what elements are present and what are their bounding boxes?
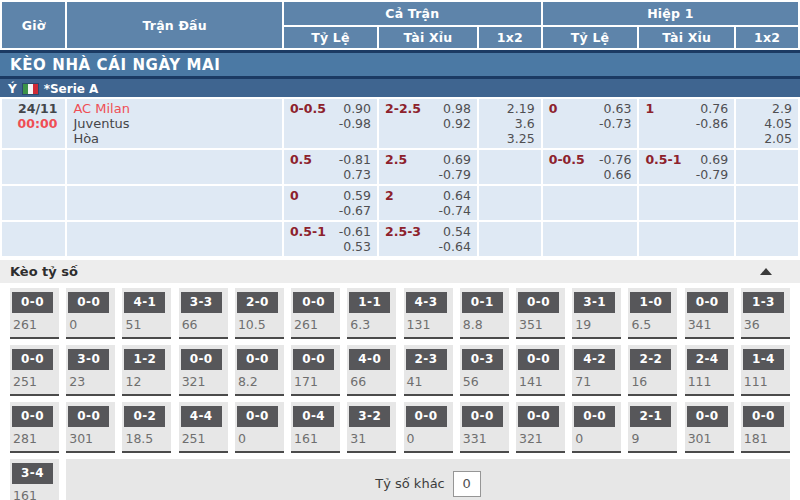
score-odds-cell[interactable]: 0-0321 xyxy=(516,402,565,453)
score-chip[interactable]: 0-0 xyxy=(12,406,53,427)
ft-overunder-cell[interactable]: 2 0.64 -0.74 xyxy=(379,186,477,220)
score-chip[interactable]: 0-0 xyxy=(293,349,334,370)
score-odds-cell[interactable]: 1-212 xyxy=(122,345,171,396)
score-chip[interactable]: 2-2 xyxy=(630,349,671,370)
h1-overunder-cell[interactable]: 0.5-1 0.69 -0.79 xyxy=(639,150,734,184)
score-chip[interactable]: 4-0 xyxy=(349,349,390,370)
odds-value[interactable]: -0.81 xyxy=(339,152,371,167)
away-team[interactable]: Juventus xyxy=(73,116,276,131)
ft-handicap-cell[interactable]: 0 0.59 -0.67 xyxy=(284,186,377,220)
odds-value[interactable]: 0.76 xyxy=(700,101,728,116)
odds-value[interactable]: 0.69 xyxy=(700,152,728,167)
score-chip[interactable]: 2-3 xyxy=(406,349,447,370)
score-odds-cell[interactable]: 0-18.8 xyxy=(460,288,509,339)
score-chip[interactable]: 2-1 xyxy=(630,406,671,427)
score-odds-cell[interactable]: 0-0281 xyxy=(10,402,59,453)
odds-value[interactable]: -0.76 xyxy=(599,152,631,167)
score-odds-cell[interactable]: 2-19 xyxy=(628,402,677,453)
chevron-up-icon[interactable] xyxy=(760,268,772,275)
score-odds-cell[interactable]: 4-4251 xyxy=(179,402,228,453)
score-chip[interactable]: 0-0 xyxy=(687,292,728,313)
odds-value[interactable]: 3.25 xyxy=(485,131,535,146)
score-chip[interactable]: 0-0 xyxy=(12,349,53,370)
home-team[interactable]: AC Milan xyxy=(73,101,276,116)
score-odds-cell[interactable]: 1-4111 xyxy=(741,345,790,396)
score-odds-cell[interactable]: 0-0261 xyxy=(10,288,59,339)
other-score-input[interactable]: 0 xyxy=(453,471,481,497)
score-odds-cell[interactable]: 3-4161 xyxy=(10,459,59,500)
score-odds-cell[interactable]: 2-341 xyxy=(404,345,453,396)
score-odds-cell[interactable]: 3-231 xyxy=(347,402,396,453)
draw-label[interactable]: Hòa xyxy=(73,131,276,146)
score-chip[interactable]: 3-2 xyxy=(349,406,390,427)
score-odds-cell[interactable]: 0-08.2 xyxy=(235,345,284,396)
score-chip[interactable]: 0-2 xyxy=(124,406,165,427)
score-chip[interactable]: 1-3 xyxy=(743,292,784,313)
score-odds-cell[interactable]: 0-0351 xyxy=(516,288,565,339)
odds-value[interactable]: 0.73 xyxy=(343,167,371,182)
score-odds-cell[interactable]: 3-119 xyxy=(572,288,621,339)
score-chip[interactable]: 0-1 xyxy=(462,292,503,313)
score-odds-cell[interactable]: 4-066 xyxy=(347,345,396,396)
score-odds-cell[interactable]: 0-0331 xyxy=(460,402,509,453)
score-chip[interactable]: 3-1 xyxy=(574,292,615,313)
score-odds-cell[interactable]: 4-271 xyxy=(572,345,621,396)
score-chip[interactable]: 0-0 xyxy=(518,349,559,370)
score-chip[interactable]: 0-0 xyxy=(68,406,109,427)
score-chip[interactable]: 0-0 xyxy=(518,406,559,427)
odds-value[interactable]: -0.79 xyxy=(696,167,728,182)
ft-1x2-cell[interactable]: 2.19 3.6 3.25 xyxy=(479,99,541,148)
score-odds-cell[interactable]: 0-0171 xyxy=(291,345,340,396)
score-odds-cell[interactable]: 0-4161 xyxy=(291,402,340,453)
score-odds-cell[interactable]: 0-00 xyxy=(66,288,115,339)
score-chip[interactable]: 4-4 xyxy=(181,406,222,427)
odds-value[interactable]: -0.61 xyxy=(339,224,371,239)
odds-value[interactable]: -0.79 xyxy=(439,167,471,182)
score-odds-cell[interactable]: 0-0301 xyxy=(66,402,115,453)
odds-value[interactable]: -0.73 xyxy=(599,116,631,131)
odds-value[interactable]: 4.05 xyxy=(742,116,792,131)
score-chip[interactable]: 0-0 xyxy=(237,349,278,370)
score-section-header[interactable]: Kèo tỷ số xyxy=(0,260,800,283)
odds-value[interactable]: -0.74 xyxy=(439,203,471,218)
score-odds-cell[interactable]: 0-0251 xyxy=(10,345,59,396)
score-chip[interactable]: 3-4 xyxy=(12,463,53,484)
ft-overunder-cell[interactable]: 2.5-3 0.54 -0.64 xyxy=(379,222,477,256)
odds-value[interactable]: 0.63 xyxy=(604,101,632,116)
score-chip[interactable]: 3-0 xyxy=(68,349,109,370)
odds-value[interactable]: 2.05 xyxy=(742,131,792,146)
score-odds-cell[interactable]: 0-218.5 xyxy=(122,402,171,453)
score-chip[interactable]: 1-2 xyxy=(124,349,165,370)
score-chip[interactable]: 0-0 xyxy=(743,406,784,427)
h1-1x2-cell[interactable]: 2.9 4.05 2.05 xyxy=(736,99,798,148)
odds-value[interactable]: 3.6 xyxy=(485,116,535,131)
score-odds-cell[interactable]: 4-3131 xyxy=(404,288,453,339)
score-chip[interactable]: 0-0 xyxy=(237,406,278,427)
score-odds-cell[interactable]: 0-0141 xyxy=(516,345,565,396)
score-chip[interactable]: 1-1 xyxy=(349,292,390,313)
score-chip[interactable]: 0-0 xyxy=(12,292,53,313)
score-chip[interactable]: 0-0 xyxy=(293,292,334,313)
score-chip[interactable]: 0-0 xyxy=(406,406,447,427)
odds-value[interactable]: 0.92 xyxy=(443,116,471,131)
score-odds-cell[interactable]: 2-216 xyxy=(628,345,677,396)
score-odds-cell[interactable]: 0-00 xyxy=(572,402,621,453)
odds-value[interactable]: 0.66 xyxy=(604,167,632,182)
h1-overunder-cell[interactable]: 1 0.76 -0.86 xyxy=(639,99,734,148)
score-chip[interactable]: 0-0 xyxy=(181,349,222,370)
score-chip[interactable]: 3-3 xyxy=(181,292,222,313)
score-chip[interactable]: 0-0 xyxy=(687,406,728,427)
score-chip[interactable]: 4-2 xyxy=(574,349,615,370)
ft-overunder-cell[interactable]: 2.5 0.69 -0.79 xyxy=(379,150,477,184)
league-bar[interactable]: Ý *Serie A xyxy=(0,79,800,97)
odds-value[interactable]: 0.90 xyxy=(343,101,371,116)
score-odds-cell[interactable]: 2-010.5 xyxy=(235,288,284,339)
odds-value[interactable]: 0.69 xyxy=(443,152,471,167)
score-chip[interactable]: 0-0 xyxy=(462,406,503,427)
score-chip[interactable]: 0-0 xyxy=(518,292,559,313)
ft-handicap-cell[interactable]: 0.5 -0.81 0.73 xyxy=(284,150,377,184)
odds-value[interactable]: 2.9 xyxy=(742,101,792,116)
score-chip[interactable]: 4-1 xyxy=(124,292,165,313)
score-odds-cell[interactable]: 0-356 xyxy=(460,345,509,396)
ft-handicap-cell[interactable]: 0-0.5 0.90 -0.98 xyxy=(284,99,377,148)
